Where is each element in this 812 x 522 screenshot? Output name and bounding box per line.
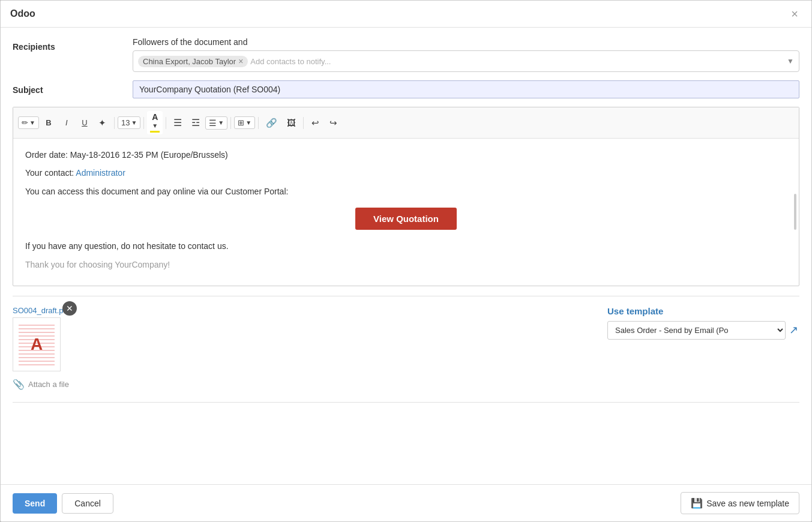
view-quotation-wrap: View Quotation bbox=[25, 203, 787, 235]
recipients-control: Followers of the document and China Expo… bbox=[133, 37, 799, 72]
recipients-placeholder: Add contacts to notify... bbox=[250, 57, 794, 66]
dialog-title: Odoo bbox=[10, 8, 35, 19]
attachment-filename[interactable]: SO004_draft.pdf bbox=[13, 306, 70, 315]
contact-label: Your contact: bbox=[25, 168, 76, 178]
redo-button[interactable]: ↪ bbox=[325, 115, 341, 131]
recipients-row: Recipients Followers of the document and… bbox=[13, 37, 799, 72]
portal-text: You can access this document and pay onl… bbox=[25, 185, 787, 198]
pen-dropdown-arrow: ▼ bbox=[29, 119, 35, 126]
image-button[interactable]: 🖼 bbox=[283, 115, 300, 130]
separator-2 bbox=[143, 117, 144, 129]
separator-5 bbox=[258, 117, 259, 129]
subject-label: Subject bbox=[13, 80, 133, 95]
italic-button[interactable]: I bbox=[58, 116, 75, 130]
dialog-header: Odoo × bbox=[1, 1, 811, 28]
recipients-dropdown-arrow[interactable]: ▼ bbox=[787, 57, 794, 65]
attach-file-row[interactable]: 📎 Attach a file bbox=[13, 376, 598, 392]
table-arrow: ▼ bbox=[245, 119, 251, 126]
subject-row: Subject bbox=[13, 80, 799, 98]
recipients-label: Recipients bbox=[13, 37, 133, 52]
recipient-tag: China Export, Jacob Taylor × bbox=[138, 56, 248, 67]
footer-text: If you have any question, do not hesitat… bbox=[25, 239, 787, 253]
subject-control bbox=[133, 80, 799, 98]
thank-you-text: Thank you for choosing YourCompany! bbox=[25, 258, 787, 271]
dialog-body: Recipients Followers of the document and… bbox=[1, 28, 811, 484]
footer-left: Send Cancel bbox=[13, 493, 113, 514]
editor-toolbar: ✏ ▼ B I U ✦ 13 ▼ A ▼ ☰ bbox=[13, 107, 799, 139]
separator-1 bbox=[114, 117, 115, 129]
contact-line: Your contact: Administrator bbox=[25, 166, 787, 179]
template-select-wrap: Sales Order - Send by Email (Po ↗ bbox=[607, 321, 799, 340]
separator-6 bbox=[303, 117, 304, 129]
unordered-list-button[interactable]: ☰ bbox=[169, 115, 186, 131]
email-dialog: Odoo × Recipients Followers of the docum… bbox=[0, 0, 812, 522]
attachment-area: SO004_draft.pdf A ✕ 📎 Attach a file bbox=[13, 306, 598, 392]
font-color-dropdown-arrow: ▼ bbox=[152, 122, 158, 129]
table-dropdown[interactable]: ⊞ ▼ bbox=[234, 116, 255, 129]
font-size-dropdown[interactable]: 13 ▼ bbox=[118, 116, 140, 129]
tag-name: China Export, Jacob Taylor bbox=[143, 57, 236, 66]
attachments-section: SO004_draft.pdf A ✕ 📎 Attach a file bbox=[13, 296, 799, 403]
close-button[interactable]: × bbox=[787, 7, 802, 21]
email-editor: ✏ ▼ B I U ✦ 13 ▼ A ▼ ☰ bbox=[13, 107, 799, 286]
underline-button[interactable]: U bbox=[76, 116, 93, 130]
cancel-button[interactable]: Cancel bbox=[62, 493, 113, 514]
pdf-content: A bbox=[19, 323, 55, 365]
font-color-bar bbox=[150, 131, 160, 133]
template-select[interactable]: Sales Order - Send by Email (Po bbox=[607, 321, 786, 340]
pen-dropdown[interactable]: ✏ ▼ bbox=[18, 116, 39, 129]
view-quotation-button[interactable]: View Quotation bbox=[355, 208, 457, 230]
font-size-value: 13 bbox=[121, 118, 130, 127]
order-date-line: Order date: May-18-2016 12-35 PM (Europe… bbox=[25, 148, 787, 161]
table-icon: ⊞ bbox=[238, 118, 244, 127]
editor-scrollbar bbox=[794, 194, 796, 230]
save-template-button[interactable]: 💾 Save as new template bbox=[681, 492, 799, 514]
pdf-acrobat-icon: A bbox=[31, 335, 43, 354]
ordered-list-button[interactable]: ☲ bbox=[187, 115, 204, 131]
pen-icon: ✏ bbox=[22, 118, 28, 127]
editor-content[interactable]: Order date: May-18-2016 12-35 PM (Europe… bbox=[13, 139, 799, 286]
tag-remove-button[interactable]: × bbox=[238, 57, 243, 65]
link-button[interactable]: 🔗 bbox=[262, 115, 281, 131]
undo-button[interactable]: ↩ bbox=[307, 115, 323, 131]
bold-button[interactable]: B bbox=[40, 116, 57, 130]
paperclip-icon: 📎 bbox=[13, 379, 25, 390]
save-icon: 💾 bbox=[691, 497, 703, 509]
template-external-link-button[interactable]: ↗ bbox=[788, 322, 799, 338]
admin-link[interactable]: Administrator bbox=[76, 168, 125, 178]
dialog-footer: Send Cancel 💾 Save as new template bbox=[1, 484, 811, 521]
align-arrow: ▼ bbox=[218, 119, 224, 126]
align-dropdown[interactable]: ☰ ▼ bbox=[205, 116, 227, 130]
template-label: Use template bbox=[607, 306, 799, 316]
subject-input[interactable] bbox=[133, 80, 799, 98]
font-color-letter: A bbox=[152, 113, 158, 121]
remove-attachment-button[interactable]: ✕ bbox=[62, 301, 77, 316]
font-color-dropdown[interactable]: A ▼ bbox=[147, 111, 163, 134]
send-button[interactable]: Send bbox=[13, 493, 57, 514]
font-size-arrow: ▼ bbox=[131, 119, 137, 126]
eraser-button[interactable]: ✦ bbox=[94, 115, 111, 131]
align-icon: ☰ bbox=[209, 118, 217, 128]
separator-3 bbox=[166, 117, 166, 129]
separator-4 bbox=[230, 117, 231, 129]
attach-file-label: Attach a file bbox=[28, 380, 69, 389]
recipients-input-container[interactable]: China Export, Jacob Taylor × Add contact… bbox=[133, 50, 799, 72]
recipients-followers-text: Followers of the document and bbox=[133, 37, 799, 47]
save-template-label: Save as new template bbox=[706, 499, 789, 508]
pdf-thumbnail: A bbox=[13, 317, 61, 371]
attachment-item: SO004_draft.pdf A ✕ bbox=[13, 306, 598, 371]
template-section: Use template Sales Order - Send by Email… bbox=[607, 306, 799, 392]
